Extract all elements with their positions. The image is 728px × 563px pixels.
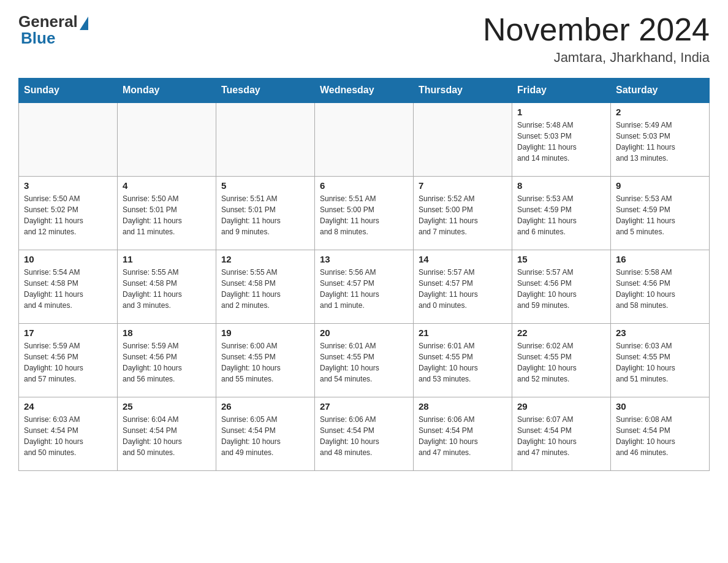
day-info: Sunrise: 6:08 AM Sunset: 4:54 PM Dayligh… [616,414,704,458]
calendar-cell: 8Sunrise: 5:53 AM Sunset: 4:59 PM Daylig… [512,176,611,250]
calendar-cell: 7Sunrise: 5:52 AM Sunset: 5:00 PM Daylig… [414,176,512,250]
day-info: Sunrise: 5:51 AM Sunset: 5:01 PM Dayligh… [221,193,309,237]
day-number: 8 [517,180,605,191]
calendar-cell [414,102,512,176]
day-number: 1 [517,107,605,117]
day-info: Sunrise: 6:03 AM Sunset: 4:55 PM Dayligh… [616,340,704,385]
day-number: 16 [616,254,704,264]
day-info: Sunrise: 6:06 AM Sunset: 4:54 PM Dayligh… [320,414,408,458]
calendar-cell: 26Sunrise: 6:05 AM Sunset: 4:54 PM Dayli… [216,397,315,470]
calendar-cell [118,102,216,176]
calendar-cell: 3Sunrise: 5:50 AM Sunset: 5:02 PM Daylig… [19,176,118,250]
day-number: 22 [517,327,605,338]
calendar-cell: 23Sunrise: 6:03 AM Sunset: 4:55 PM Dayli… [611,323,710,397]
calendar-cell: 2Sunrise: 5:49 AM Sunset: 5:03 PM Daylig… [611,102,710,176]
day-info: Sunrise: 5:59 AM Sunset: 4:56 PM Dayligh… [123,340,211,385]
day-info: Sunrise: 5:52 AM Sunset: 5:00 PM Dayligh… [419,193,507,237]
day-info: Sunrise: 5:49 AM Sunset: 5:03 PM Dayligh… [616,120,704,164]
calendar-cell: 24Sunrise: 6:03 AM Sunset: 4:54 PM Dayli… [19,397,118,470]
weekday-header-sunday: Sunday [19,79,118,103]
weekday-header-monday: Monday [118,79,216,103]
weekday-header-wednesday: Wednesday [315,79,414,103]
logo-blue-text: Blue [18,29,55,48]
calendar-cell: 13Sunrise: 5:56 AM Sunset: 4:57 PM Dayli… [315,250,414,323]
day-number: 3 [24,180,112,191]
calendar-cell: 22Sunrise: 6:02 AM Sunset: 4:55 PM Dayli… [512,323,611,397]
day-number: 12 [221,254,309,264]
day-info: Sunrise: 6:01 AM Sunset: 4:55 PM Dayligh… [419,340,507,385]
day-info: Sunrise: 5:53 AM Sunset: 4:59 PM Dayligh… [517,193,605,237]
day-info: Sunrise: 5:48 AM Sunset: 5:03 PM Dayligh… [517,120,605,164]
day-info: Sunrise: 5:51 AM Sunset: 5:00 PM Dayligh… [320,193,408,237]
weekday-header-saturday: Saturday [611,79,710,103]
day-number: 28 [419,401,507,412]
calendar-week-5: 24Sunrise: 6:03 AM Sunset: 4:54 PM Dayli… [19,397,710,470]
location-text: Jamtara, Jharkhand, India [483,50,710,66]
day-info: Sunrise: 5:50 AM Sunset: 5:02 PM Dayligh… [24,193,112,237]
day-info: Sunrise: 6:04 AM Sunset: 4:54 PM Dayligh… [123,414,211,458]
calendar-cell: 19Sunrise: 6:00 AM Sunset: 4:55 PM Dayli… [216,323,315,397]
calendar-table: SundayMondayTuesdayWednesdayThursdayFrid… [18,78,710,471]
day-info: Sunrise: 5:57 AM Sunset: 4:56 PM Dayligh… [517,267,605,311]
calendar-cell: 17Sunrise: 5:59 AM Sunset: 4:56 PM Dayli… [19,323,118,397]
calendar-header-row: SundayMondayTuesdayWednesdayThursdayFrid… [19,79,710,103]
calendar-cell: 14Sunrise: 5:57 AM Sunset: 4:57 PM Dayli… [414,250,512,323]
calendar-cell: 4Sunrise: 5:50 AM Sunset: 5:01 PM Daylig… [118,176,216,250]
day-number: 14 [419,254,507,264]
day-number: 30 [616,401,704,412]
calendar-week-2: 3Sunrise: 5:50 AM Sunset: 5:02 PM Daylig… [19,176,710,250]
day-info: Sunrise: 5:55 AM Sunset: 4:58 PM Dayligh… [123,267,211,311]
day-info: Sunrise: 5:56 AM Sunset: 4:57 PM Dayligh… [320,267,408,311]
day-info: Sunrise: 5:54 AM Sunset: 4:58 PM Dayligh… [24,267,112,311]
day-info: Sunrise: 5:50 AM Sunset: 5:01 PM Dayligh… [123,193,211,237]
day-number: 20 [320,327,408,338]
day-info: Sunrise: 5:55 AM Sunset: 4:58 PM Dayligh… [221,267,309,311]
calendar-cell: 6Sunrise: 5:51 AM Sunset: 5:00 PM Daylig… [315,176,414,250]
day-info: Sunrise: 5:53 AM Sunset: 4:59 PM Dayligh… [616,193,704,237]
day-number: 21 [419,327,507,338]
day-number: 13 [320,254,408,264]
calendar-cell: 28Sunrise: 6:06 AM Sunset: 4:54 PM Dayli… [414,397,512,470]
day-number: 4 [123,180,211,191]
day-number: 27 [320,401,408,412]
calendar-cell: 25Sunrise: 6:04 AM Sunset: 4:54 PM Dayli… [118,397,216,470]
day-info: Sunrise: 6:05 AM Sunset: 4:54 PM Dayligh… [221,414,309,458]
day-number: 2 [616,107,704,117]
day-number: 7 [419,180,507,191]
day-number: 11 [123,254,211,264]
calendar-cell [19,102,118,176]
day-number: 19 [221,327,309,338]
calendar-cell: 1Sunrise: 5:48 AM Sunset: 5:03 PM Daylig… [512,102,611,176]
calendar-cell: 11Sunrise: 5:55 AM Sunset: 4:58 PM Dayli… [118,250,216,323]
calendar-week-3: 10Sunrise: 5:54 AM Sunset: 4:58 PM Dayli… [19,250,710,323]
day-info: Sunrise: 6:06 AM Sunset: 4:54 PM Dayligh… [419,414,507,458]
calendar-cell: 5Sunrise: 5:51 AM Sunset: 5:01 PM Daylig… [216,176,315,250]
weekday-header-friday: Friday [512,79,611,103]
calendar-cell: 20Sunrise: 6:01 AM Sunset: 4:55 PM Dayli… [315,323,414,397]
month-title: November 2024 [483,12,710,47]
title-area: November 2024 Jamtara, Jharkhand, India [483,12,710,66]
calendar-cell [216,102,315,176]
page-header: General Blue November 2024 Jamtara, Jhar… [18,12,710,66]
day-number: 18 [123,327,211,338]
calendar-cell: 21Sunrise: 6:01 AM Sunset: 4:55 PM Dayli… [414,323,512,397]
day-number: 15 [517,254,605,264]
day-info: Sunrise: 5:57 AM Sunset: 4:57 PM Dayligh… [419,267,507,311]
calendar-cell [315,102,414,176]
day-info: Sunrise: 6:01 AM Sunset: 4:55 PM Dayligh… [320,340,408,385]
day-info: Sunrise: 6:02 AM Sunset: 4:55 PM Dayligh… [517,340,605,385]
calendar-cell: 27Sunrise: 6:06 AM Sunset: 4:54 PM Dayli… [315,397,414,470]
day-number: 5 [221,180,309,191]
calendar-cell: 15Sunrise: 5:57 AM Sunset: 4:56 PM Dayli… [512,250,611,323]
day-number: 6 [320,180,408,191]
calendar-cell: 16Sunrise: 5:58 AM Sunset: 4:56 PM Dayli… [611,250,710,323]
calendar-week-1: 1Sunrise: 5:48 AM Sunset: 5:03 PM Daylig… [19,102,710,176]
day-info: Sunrise: 6:00 AM Sunset: 4:55 PM Dayligh… [221,340,309,385]
calendar-cell: 29Sunrise: 6:07 AM Sunset: 4:54 PM Dayli… [512,397,611,470]
calendar-cell: 10Sunrise: 5:54 AM Sunset: 4:58 PM Dayli… [19,250,118,323]
calendar-week-4: 17Sunrise: 5:59 AM Sunset: 4:56 PM Dayli… [19,323,710,397]
day-info: Sunrise: 6:03 AM Sunset: 4:54 PM Dayligh… [24,414,112,458]
day-number: 25 [123,401,211,412]
calendar-cell: 9Sunrise: 5:53 AM Sunset: 4:59 PM Daylig… [611,176,710,250]
day-number: 9 [616,180,704,191]
